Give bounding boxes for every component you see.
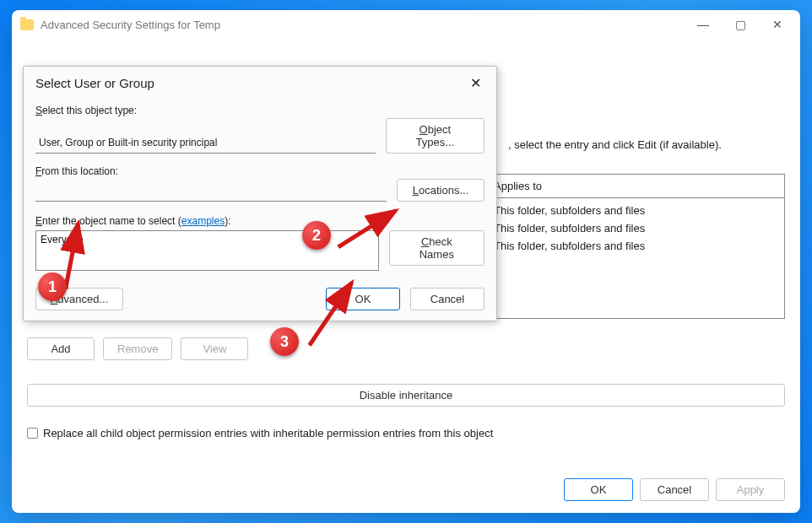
examples-link[interactable]: examples — [181, 215, 225, 227]
titlebar: Advanced Security Settings for Temp — ▢ … — [12, 10, 800, 39]
dialog-footer: Advanced... OK Cancel — [24, 279, 496, 321]
enter-object-label: Enter the object name to select (example… — [35, 215, 484, 227]
advanced-security-window: Advanced Security Settings for Temp — ▢ … — [12, 10, 800, 513]
view-button[interactable]: View — [181, 337, 248, 360]
disable-inheritance-button[interactable]: Disable inheritance — [27, 384, 785, 407]
cell-applies: This folder, subfolders and files — [494, 219, 776, 237]
dialog-body: Select this object type: User, Group or … — [24, 105, 496, 279]
ok-button[interactable]: OK — [564, 478, 633, 501]
dialog-ok-button[interactable]: OK — [326, 288, 400, 310]
check-names-button[interactable]: Check Names — [389, 230, 484, 266]
replace-label: Replace all child object permission entr… — [43, 427, 493, 439]
remove-button[interactable]: Remove — [103, 337, 172, 360]
folder-icon — [20, 19, 34, 30]
applies-to-header: Applies to — [494, 180, 776, 192]
maximize-button[interactable]: ▢ — [731, 15, 750, 34]
disable-inheritance-row: Disable inheritance — [27, 384, 785, 407]
cancel-button[interactable]: Cancel — [640, 478, 709, 501]
annotation-badge-1: 1 — [38, 272, 67, 301]
add-button[interactable]: Add — [27, 337, 95, 360]
dialog-cancel-button[interactable]: Cancel — [410, 288, 484, 310]
object-type-field: User, Group or Built-in security princip… — [35, 132, 376, 154]
footer: OK Cancel Apply — [27, 470, 785, 501]
annotation-badge-2: 2 — [302, 221, 331, 250]
annotation-badge-3: 3 — [270, 327, 299, 356]
cell-applies: This folder, subfolders and files — [494, 202, 776, 219]
dialog-title: Select User or Group — [35, 76, 154, 90]
cell-applies: This folder, subfolders and files — [494, 237, 776, 255]
apply-button[interactable]: Apply — [716, 478, 785, 501]
permission-action-row: Add Remove View — [27, 337, 785, 360]
main-body: , select the entry and click Edit (if av… — [12, 39, 800, 513]
object-type-label: Select this object type: — [35, 105, 484, 116]
location-label: From this location: — [35, 165, 484, 177]
edit-hint-text: , select the entry and click Edit (if av… — [508, 138, 785, 151]
dialog-titlebar: Select User or Group ✕ — [24, 67, 496, 98]
window-title: Advanced Security Settings for Temp — [41, 19, 220, 31]
select-user-group-dialog: Select User or Group ✕ Select this objec… — [23, 66, 497, 321]
dialog-close-button[interactable]: ✕ — [467, 75, 484, 91]
close-button[interactable]: ✕ — [768, 15, 787, 34]
locations-button[interactable]: Locations... — [397, 179, 484, 202]
replace-checkbox[interactable] — [27, 428, 38, 439]
minimize-button[interactable]: — — [694, 15, 712, 34]
object-types-button[interactable]: Object Types... — [386, 118, 484, 154]
replace-row: Replace all child object permission entr… — [27, 427, 785, 439]
location-field — [35, 181, 387, 202]
